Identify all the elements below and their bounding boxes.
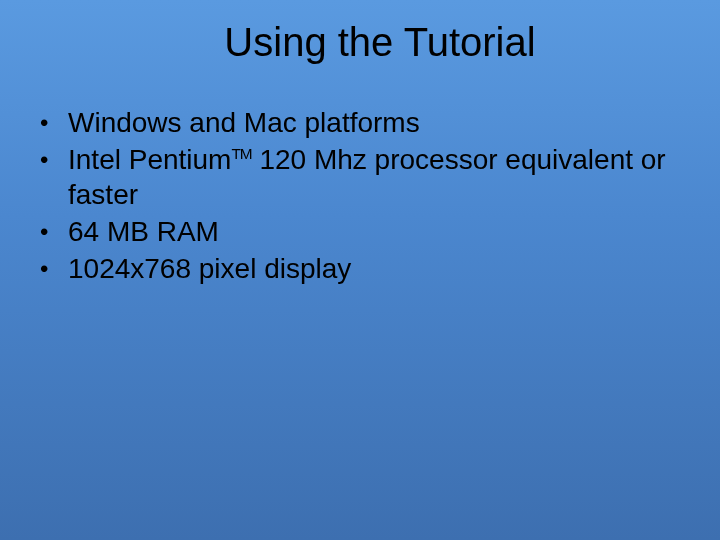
list-item: 64 MB RAM bbox=[40, 214, 695, 249]
trademark-symbol: TM bbox=[231, 145, 251, 162]
bullet-prefix: Intel Pentium bbox=[68, 144, 231, 175]
list-item: Windows and Mac platforms bbox=[40, 105, 695, 140]
bullet-list: Windows and Mac platforms Intel PentiumT… bbox=[25, 105, 695, 286]
slide-title: Using the Tutorial bbox=[25, 20, 695, 65]
bullet-text: Windows and Mac platforms bbox=[68, 107, 420, 138]
slide: Using the Tutorial Windows and Mac platf… bbox=[0, 0, 720, 540]
bullet-text: 64 MB RAM bbox=[68, 216, 219, 247]
bullet-text: 1024x768 pixel display bbox=[68, 253, 351, 284]
list-item: Intel PentiumTM 120 Mhz processor equiva… bbox=[40, 142, 695, 212]
list-item: 1024x768 pixel display bbox=[40, 251, 695, 286]
